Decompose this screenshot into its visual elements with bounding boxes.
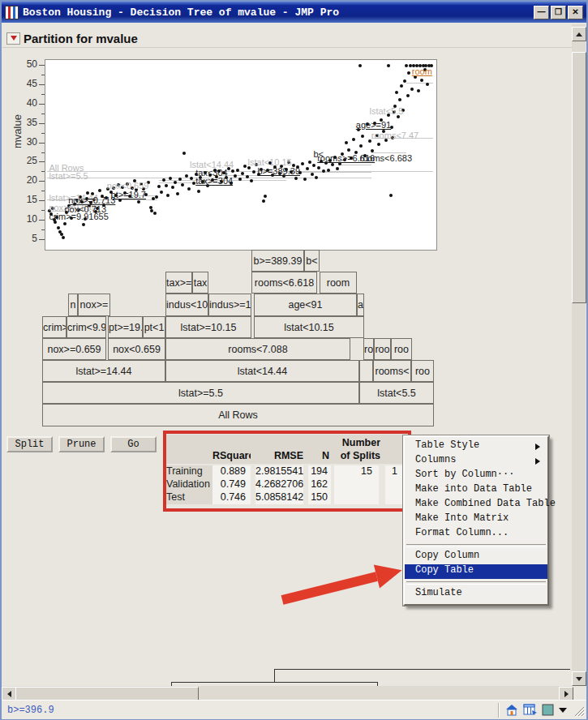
y-tick-major [39, 65, 45, 66]
scatter-point [62, 236, 65, 239]
tree-node-box[interactable]: roo [374, 338, 391, 360]
tree-node-box[interactable]: lstat<5.5 [359, 382, 434, 404]
scatter-point [420, 79, 423, 82]
tree-connector-line [171, 682, 378, 683]
minimize-button[interactable]: — [534, 6, 549, 19]
tree-node-box[interactable]: rooms<6.618 [251, 272, 317, 294]
tree-node-box[interactable]: roo [411, 360, 434, 382]
tree-node-box[interactable]: b>=389.39 [251, 250, 304, 272]
annotation-red-arrow [276, 558, 414, 608]
menu-item-copy-column[interactable]: Copy Column [405, 550, 547, 564]
y-tick-label: 15 [8, 194, 37, 205]
tree-node-box[interactable]: indus>=1 [208, 294, 251, 315]
tree-node-box[interactable]: crim> [42, 316, 67, 338]
menu-item-make-into-data-table[interactable]: Make into Data Table [405, 483, 547, 498]
y-tick-label: 25 [8, 155, 37, 166]
scatter-point [82, 223, 85, 226]
split-label: rooms<7.47 [371, 131, 418, 140]
menu-item-format-column[interactable]: Format Column... [405, 527, 547, 542]
scatter-point [252, 170, 255, 174]
tree-node-box[interactable]: pt<1 [143, 316, 165, 338]
scatter-point [181, 183, 184, 186]
scroll-down-button[interactable] [572, 671, 586, 686]
tree-node-box[interactable]: lstat<14.44 [165, 360, 359, 382]
maximize-button[interactable]: ❐ [551, 6, 566, 19]
scatter-point [327, 169, 330, 172]
horizontal-scrollbar-thumb[interactable] [15, 687, 199, 701]
menu-item-make-combined-data-table[interactable]: Make Combined Data Table [405, 498, 547, 512]
tree-node-box[interactable]: a [357, 294, 364, 315]
tree-node-box[interactable]: indus<10. [165, 294, 208, 315]
scatter-point [246, 175, 249, 178]
y-tick-major [39, 123, 45, 124]
tree-node-box[interactable]: b< [304, 250, 320, 272]
tree-node-box[interactable]: All Rows [42, 404, 434, 426]
tree-node-box[interactable]: nox>=0.659 [42, 338, 106, 360]
tree-node-box[interactable]: room [320, 272, 357, 294]
tree-node-box[interactable]: lstat>=10.15 [165, 316, 251, 338]
jmp-app-icon [5, 6, 19, 19]
tree-node-box[interactable]: n [68, 294, 78, 315]
tree-node-box[interactable]: lstat>=14.44 [42, 360, 165, 382]
scatter-point [407, 71, 410, 75]
y-tick-label: 45 [8, 78, 37, 89]
scatter-point [358, 64, 362, 67]
close-button[interactable]: ✕ [568, 6, 583, 19]
home-icon[interactable] [505, 704, 518, 716]
tree-node-box[interactable]: nox>= [78, 294, 110, 315]
scatter-point [410, 88, 414, 91]
prune-button[interactable]: Prune [58, 436, 105, 452]
scatter-point [301, 162, 304, 165]
scatter-point [166, 194, 170, 197]
partition-icicle-tree[interactable]: b>=389.39b<tax>=taxrooms<6.618roomnnox>=… [0, 250, 588, 428]
menu-item-copy-table[interactable]: Copy Table [405, 564, 547, 579]
split-label: room [412, 67, 432, 76]
partition-scatter-plot[interactable]: All Rowslstat>=5.5lstat>=14.44nox>=0.659… [45, 59, 437, 251]
tree-node-box[interactable]: lstat<10.15 [254, 316, 364, 338]
menu-item-make-into-matrix[interactable]: Make Into Matrix [405, 512, 547, 527]
y-tick-major [39, 84, 45, 85]
scatter-point [238, 178, 242, 181]
tree-node-box[interactable]: nox<0.659 [108, 338, 165, 360]
scatter-point [398, 98, 401, 101]
tree-node-box[interactable]: pt>=19. [108, 316, 143, 338]
disclosure-triangle-icon[interactable] [6, 32, 20, 45]
tree-node-box[interactable]: lstat>=5.5 [42, 382, 359, 404]
tree-node-box[interactable]: tax>= [165, 272, 192, 294]
tree-node-box[interactable]: rooms< [373, 360, 411, 382]
scatter-point [234, 174, 237, 178]
annotation-highlight-rect [163, 431, 411, 512]
scatter-point [157, 185, 161, 188]
menu-item-simulate[interactable]: Simulate [405, 587, 547, 602]
tree-node-box[interactable]: roo [391, 338, 412, 360]
y-tick-label: 50 [8, 58, 37, 70]
scatter-point [231, 169, 234, 173]
status-dropdown-icon[interactable] [559, 708, 567, 713]
scatter-point [406, 94, 410, 97]
menu-separator [406, 544, 546, 547]
split-button[interactable]: Split [6, 436, 53, 452]
tree-node-box[interactable]: ro [363, 338, 374, 360]
tree-node-box[interactable] [359, 360, 373, 382]
menu-item-columns[interactable]: Columns [405, 454, 547, 469]
tree-node-box[interactable]: tax [192, 272, 208, 294]
data-table-icon[interactable] [523, 704, 537, 716]
menu-item-sort-by-column[interactable]: Sort by Column··· [405, 469, 547, 483]
tree-node-box[interactable]: rooms<7.088 [165, 338, 350, 360]
scatter-point [187, 187, 191, 191]
scatter-point [153, 212, 157, 215]
title-bar[interactable]: Boston Housing - Decision Tree of mvalue… [2, 2, 586, 23]
vertical-scrollbar-thumb[interactable] [572, 52, 586, 303]
scatter-point [371, 149, 374, 152]
menu-item-table-style[interactable]: Table Style [405, 439, 547, 454]
window-color-swatch[interactable] [542, 704, 554, 716]
scroll-up-button[interactable] [572, 27, 586, 41]
scatter-point [426, 83, 429, 86]
scatter-point [176, 192, 179, 195]
go-button[interactable]: Go [110, 436, 157, 452]
resize-grip-icon[interactable] [572, 704, 585, 717]
tree-node-box[interactable]: crim<9.9 [67, 316, 106, 338]
y-tick-label: 20 [8, 174, 37, 186]
scatter-point [417, 89, 420, 92]
tree-node-box[interactable]: age<91 [254, 294, 357, 315]
